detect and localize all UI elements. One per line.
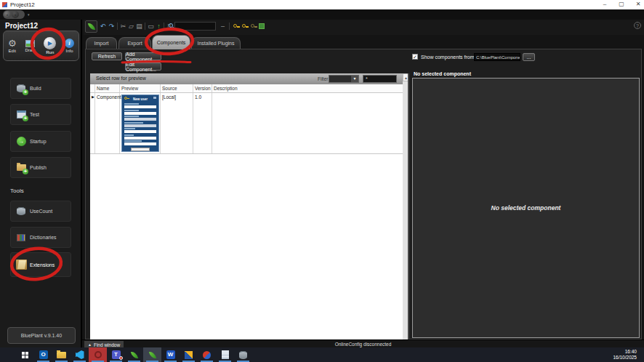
print-icon[interactable]: ▭: [147, 22, 155, 31]
copy-icon[interactable]: ▱: [127, 22, 135, 31]
browse-button[interactable]: ...: [523, 53, 535, 61]
sidebar-item-startup[interactable]: → Startup: [10, 131, 71, 152]
leaf-icon: [130, 350, 137, 360]
record-icon: [94, 351, 102, 358]
taskbar-icon-vscode[interactable]: [71, 347, 89, 362]
table-header-row: Name Preview Source Version Description: [90, 84, 403, 93]
window-titlebar: Project12 – ▢ ✕: [0, 0, 644, 9]
component-preview-thumbnail: New user: [121, 94, 159, 152]
info-button[interactable]: i Info: [65, 39, 74, 53]
column-preview[interactable]: Preview: [120, 84, 161, 92]
add-component-button[interactable]: Add Component...: [125, 52, 161, 60]
taskbar-icon-outlook[interactable]: O: [34, 347, 52, 362]
components-path-field[interactable]: C:\BluePlant\Components\: [474, 53, 520, 61]
column-description[interactable]: Description: [212, 84, 403, 92]
preview-title: New user: [124, 96, 156, 102]
sidebar-item-build[interactable]: + Build: [10, 78, 71, 99]
cell-preview: New user: [120, 93, 161, 153]
forward-button[interactable]: ›: [12, 11, 19, 18]
tab-installed-plugins[interactable]: Installed Plugins: [191, 37, 241, 49]
blueplant-leaf-button[interactable]: [85, 20, 97, 33]
sidebar: Project12 ⚙ Edit Draw ▶ Run i Info +: [0, 20, 82, 347]
cut-icon[interactable]: ✂: [119, 22, 127, 31]
taskbar-icon-blueplant[interactable]: [125, 347, 143, 362]
redo-icon[interactable]: ↷: [108, 22, 116, 31]
info-icon: i: [65, 39, 74, 48]
tab-export[interactable]: Export: [118, 37, 151, 49]
test-window-icon: +: [15, 110, 27, 120]
app-icon: [185, 351, 193, 359]
draw-button[interactable]: Draw: [25, 40, 35, 52]
publish-folder-icon: +: [15, 163, 27, 173]
maximize-button[interactable]: ▢: [614, 0, 629, 9]
taskbar-icon-recorder[interactable]: [89, 347, 107, 362]
key-icon: [124, 97, 127, 100]
sidebar-item-dictionaries[interactable]: Dictionaries: [10, 227, 71, 248]
taskbar-icon-app2[interactable]: [198, 347, 216, 362]
paste-icon[interactable]: ▤: [135, 22, 143, 31]
taskbar-icon-app1[interactable]: [180, 347, 198, 362]
gear-icon: ⚙: [8, 39, 17, 48]
cell-description: [212, 93, 403, 153]
dictionaries-icon: [15, 233, 27, 243]
tab-components[interactable]: Components: [152, 35, 190, 49]
table-row[interactable]: ▶ Component1 New user: [90, 93, 403, 154]
nav-dropdown-icon[interactable]: ▾: [28, 12, 30, 17]
start-button[interactable]: [16, 347, 34, 362]
grid-icon[interactable]: [259, 23, 265, 29]
window-title: Project12: [10, 1, 35, 8]
database-icon: [239, 351, 247, 359]
picture-icon: [25, 40, 35, 47]
run-button[interactable]: ▶ Run: [44, 37, 56, 55]
panel-divider: [408, 73, 409, 339]
filter-label: Filter:: [318, 76, 329, 81]
leaf-icon: [87, 22, 94, 31]
blueplant-version-button[interactable]: BluePlant v.9.1.40: [7, 327, 76, 344]
taskbar-icon-notepad[interactable]: [216, 347, 234, 362]
extensions-folder-icon: [15, 259, 27, 270]
back-button[interactable]: ‹: [4, 11, 11, 18]
startup-arrow-icon: →: [15, 137, 27, 147]
toolbar-search-input[interactable]: [174, 22, 216, 31]
refresh-button[interactable]: Refresh: [92, 52, 122, 60]
show-components-checkbox[interactable]: ✓: [412, 54, 418, 60]
sidebar-item-test[interactable]: + Test: [10, 104, 71, 125]
table-hint-bar: Select row for preview Filter: ▾ *: [90, 73, 403, 84]
lock-icon[interactable]: [251, 24, 254, 28]
leaf-icon: [148, 350, 156, 360]
minimize-button[interactable]: –: [597, 0, 612, 9]
column-name[interactable]: Name: [95, 84, 120, 92]
tab-import[interactable]: Import: [86, 37, 117, 49]
sidebar-item-extensions[interactable]: Extensions: [10, 252, 71, 277]
filter-dropdown[interactable]: ▾: [329, 75, 359, 83]
column-version[interactable]: Version: [193, 84, 212, 92]
close-button[interactable]: ✕: [631, 0, 644, 9]
project-action-box: ⚙ Edit Draw ▶ Run i Info: [3, 31, 79, 61]
filter-input[interactable]: *: [363, 75, 397, 83]
preview-submit-button: [131, 148, 150, 151]
sidebar-item-publish[interactable]: + Publish: [10, 157, 71, 178]
taskbar-icon-database[interactable]: [234, 347, 252, 362]
taskbar-icon-word[interactable]: W: [161, 347, 180, 362]
collapse-icon[interactable]: –: [219, 22, 227, 31]
import-up-icon[interactable]: ↑: [155, 22, 163, 31]
taskbar-icon-blueplant-active[interactable]: [143, 347, 161, 362]
caret-up-icon: ▲: [88, 342, 92, 347]
taskbar-icon-file-explorer[interactable]: [52, 347, 71, 362]
cell-source: [Local]: [161, 93, 193, 153]
chevron-down-icon: ▾: [351, 76, 358, 82]
row-marker-icon: ▶: [90, 93, 95, 153]
help-icon[interactable]: ?: [634, 22, 641, 29]
edit-component-button[interactable]: Edit Component...: [125, 63, 161, 71]
app-icon: [203, 351, 211, 359]
undo-icon[interactable]: ↶: [99, 22, 107, 31]
edit-button[interactable]: ⚙ Edit: [8, 39, 17, 53]
taskbar-clock[interactable]: 16:40 16/10/2025: [613, 347, 644, 362]
search-icon[interactable]: [169, 23, 173, 28]
sidebar-item-usecount[interactable]: UseCount: [10, 201, 71, 222]
key2-icon[interactable]: [242, 24, 246, 28]
key-icon[interactable]: [233, 24, 237, 28]
column-source[interactable]: Source: [161, 84, 193, 92]
taskbar-icon-teams[interactable]: T: [107, 347, 125, 362]
component-detail-panel: No selected component: [412, 78, 640, 338]
